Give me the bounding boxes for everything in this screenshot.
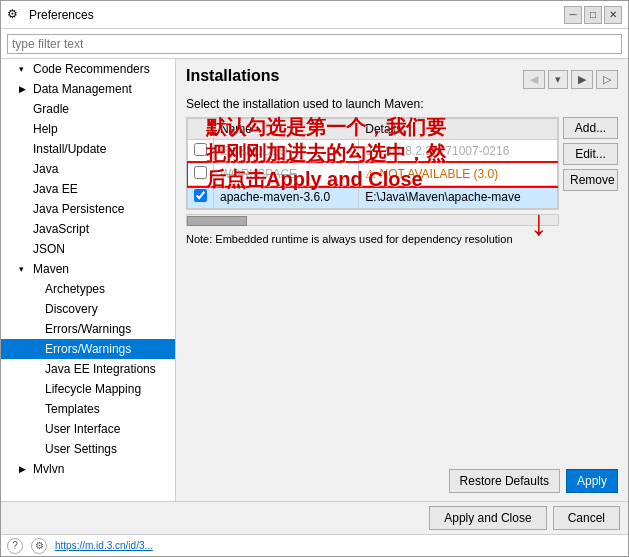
right-panel: Installations ◀ ▾ ▶ ▷ Select the install… <box>176 59 628 501</box>
main-content: ▾ Code Recommenders ▶ Data Management Gr… <box>1 59 628 501</box>
sidebar-item-help[interactable]: Help <box>1 119 175 139</box>
sidebar-item-code-recommenders[interactable]: ▾ Code Recommenders <box>1 59 175 79</box>
row-checkbox-cell[interactable] <box>188 163 214 186</box>
status-url[interactable]: https://m.id.3.cn/id/3... <box>55 540 153 551</box>
table-row-workspace: WORKSPACE ⚠ NOT AVAILABLE (3.0) <box>188 163 558 186</box>
sidebar-item-label: User Interface <box>45 422 120 436</box>
cancel-button[interactable]: Cancel <box>553 506 620 530</box>
edit-button[interactable]: Edit... <box>563 143 618 165</box>
sidebar-item-discovery[interactable]: Discovery <box>1 299 175 319</box>
sidebar-item-label: Java EE <box>33 182 78 196</box>
table-action-buttons: Add... Edit... Remove <box>563 117 618 210</box>
sidebar-item-label: Templates <box>45 402 100 416</box>
panel-subtitle: Select the installation used to launch M… <box>186 97 618 111</box>
col-checkbox <box>188 119 214 140</box>
sidebar-item-user-interface[interactable]: User Interface <box>1 419 175 439</box>
window-title: Preferences <box>29 8 558 22</box>
sidebar-item-label: Java Persistence <box>33 202 124 216</box>
expand-icon: ▾ <box>19 264 29 274</box>
sidebar-item-label: Install/Update <box>33 142 106 156</box>
sidebar-item-installations[interactable]: Errors/Warnings <box>1 339 175 359</box>
maximize-button[interactable]: □ <box>584 6 602 24</box>
expand-icon: ▾ <box>19 64 29 74</box>
minimize-button[interactable]: ─ <box>564 6 582 24</box>
note-text: Note: Embedded runtime is always used fo… <box>186 232 618 247</box>
sidebar-item-java-ee-integration[interactable]: Java EE Integrations <box>1 359 175 379</box>
row-name: apache-maven-3.6.0 <box>214 186 359 209</box>
row-checkbox[interactable] <box>194 166 207 179</box>
scrollbar-thumb[interactable] <box>187 216 247 226</box>
row-details: E:\Java\Maven\apache-mave <box>359 186 558 209</box>
sidebar-item-label: Lifecycle Mapping <box>45 382 141 396</box>
add-button[interactable]: Add... <box>563 117 618 139</box>
sidebar-item-java-ee[interactable]: Java EE <box>1 179 175 199</box>
preferences-window: ⚙ Preferences ─ □ ✕ ▾ Code Recommenders … <box>0 0 629 557</box>
settings-icon[interactable]: ⚙ <box>31 538 47 554</box>
sidebar-item-label: Code Recommenders <box>33 62 150 76</box>
nav-back-button[interactable]: ◀ <box>523 70 545 89</box>
panel-title: Installations <box>186 67 279 85</box>
expand-icon: ▶ <box>19 464 29 474</box>
sidebar-item-label: Archetypes <box>45 282 105 296</box>
sidebar-item-errors-warnings[interactable]: Errors/Warnings <box>1 319 175 339</box>
sidebar-item-label: Java <box>33 162 58 176</box>
close-button[interactable]: ✕ <box>604 6 622 24</box>
sidebar-item-label: Discovery <box>45 302 98 316</box>
row-checkbox[interactable] <box>194 143 207 156</box>
sidebar-item-label: Errors/Warnings <box>45 322 131 336</box>
apply-close-bar: Apply and Close Cancel <box>1 501 628 534</box>
sidebar: ▾ Code Recommenders ▶ Data Management Gr… <box>1 59 176 501</box>
nav-forward2-button[interactable]: ▷ <box>596 70 618 89</box>
sidebar-item-label: Gradle <box>33 102 69 116</box>
sidebar-item-label: Maven <box>33 262 69 276</box>
col-name: Name <box>214 119 359 140</box>
sidebar-item-java[interactable]: Java <box>1 159 175 179</box>
sidebar-item-mvlvn[interactable]: ▶ Mvlvn <box>1 459 175 479</box>
panel-nav: ◀ ▾ ▶ ▷ <box>523 70 618 89</box>
sidebar-item-install-update[interactable]: Install/Update <box>1 139 175 159</box>
panel-bottom-buttons: Restore Defaults Apply <box>186 469 618 493</box>
sidebar-item-label: Errors/Warnings <box>45 342 131 356</box>
sidebar-item-templates[interactable]: Templates <box>1 399 175 419</box>
sidebar-item-archetypes[interactable]: Archetypes <box>1 279 175 299</box>
sidebar-item-label: JavaScript <box>33 222 89 236</box>
row-checkbox-cell[interactable] <box>188 140 214 163</box>
row-name: EMBEDDED <box>214 140 359 163</box>
help-icon[interactable]: ? <box>7 538 23 554</box>
apply-button[interactable]: Apply <box>566 469 618 493</box>
sidebar-item-label: Help <box>33 122 58 136</box>
installations-table-container: Name Details EMBEDDED 3.3.9/1.8.2.201710… <box>186 117 618 210</box>
expand-icon: ▶ <box>19 84 29 94</box>
sidebar-item-gradle[interactable]: Gradle <box>1 99 175 119</box>
sidebar-item-javascript[interactable]: JavaScript <box>1 219 175 239</box>
remove-button[interactable]: Remove <box>563 169 618 191</box>
col-details: Details <box>359 119 558 140</box>
sidebar-item-user-settings[interactable]: User Settings <box>1 439 175 459</box>
sidebar-item-label: Data Management <box>33 82 132 96</box>
horizontal-scrollbar[interactable] <box>186 214 559 226</box>
table-row: EMBEDDED 3.3.9/1.8.2.20171007-0216 <box>188 140 558 163</box>
search-input[interactable] <box>7 34 622 54</box>
title-bar: ⚙ Preferences ─ □ ✕ <box>1 1 628 29</box>
search-bar <box>1 29 628 59</box>
sidebar-item-data-management[interactable]: ▶ Data Management <box>1 79 175 99</box>
installations-table: Name Details EMBEDDED 3.3.9/1.8.2.201710… <box>187 118 558 209</box>
restore-defaults-button[interactable]: Restore Defaults <box>449 469 560 493</box>
row-details: 3.3.9/1.8.2.20171007-0216 <box>359 140 558 163</box>
window-controls: ─ □ ✕ <box>564 6 622 24</box>
row-checkbox-cell[interactable] <box>188 186 214 209</box>
sidebar-item-lifecycle-mapping[interactable]: Lifecycle Mapping <box>1 379 175 399</box>
nav-dropdown-button[interactable]: ▾ <box>548 70 568 89</box>
sidebar-item-java-persistence[interactable]: Java Persistence <box>1 199 175 219</box>
apply-and-close-button[interactable]: Apply and Close <box>429 506 546 530</box>
nav-forward-button[interactable]: ▶ <box>571 70 593 89</box>
row-checkbox[interactable] <box>194 189 207 202</box>
sidebar-item-label: User Settings <box>45 442 117 456</box>
sidebar-item-label: JSON <box>33 242 65 256</box>
sidebar-item-maven[interactable]: ▾ Maven <box>1 259 175 279</box>
row-name: WORKSPACE <box>214 163 359 186</box>
table-wrapper: Name Details EMBEDDED 3.3.9/1.8.2.201710… <box>186 117 559 210</box>
table-row-apache: apache-maven-3.6.0 E:\Java\Maven\apache-… <box>188 186 558 209</box>
sidebar-item-json[interactable]: JSON <box>1 239 175 259</box>
status-bar: ? ⚙ https://m.id.3.cn/id/3... <box>1 534 628 556</box>
